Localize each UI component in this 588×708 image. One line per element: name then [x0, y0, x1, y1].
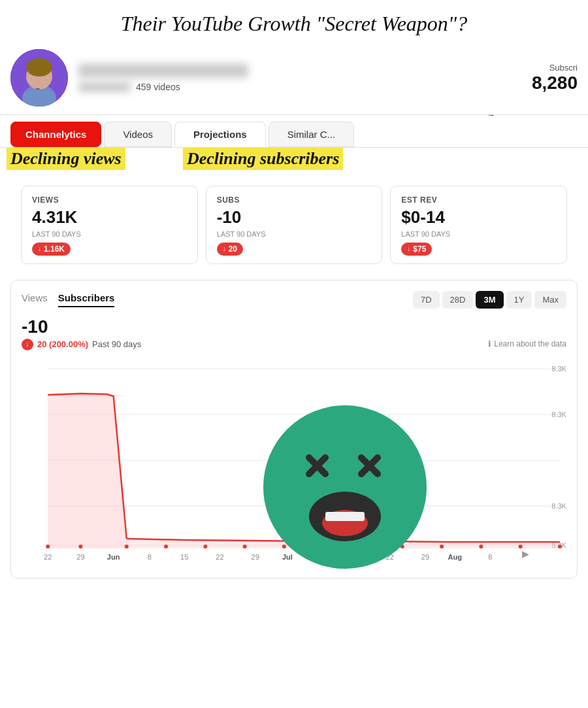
svg-text:15: 15 — [180, 553, 188, 561]
svg-point-23 — [282, 545, 286, 548]
info-icon: ℹ — [488, 339, 491, 348]
period-7d[interactable]: 7D — [413, 291, 440, 309]
svg-point-21 — [203, 545, 207, 548]
chart-change-period: Past 90 days — [92, 339, 141, 349]
tab-channelytics[interactable]: Channelytics — [10, 122, 101, 147]
period-3m[interactable]: 3M — [476, 291, 503, 309]
learn-data-text: Learn about the data — [494, 339, 566, 348]
nav-tabs: Channelytics Videos Projections Similar … — [0, 115, 588, 148]
page-title: Their YouTube Growth "Secret Weapon"? — [0, 0, 588, 41]
stat-badge-rev: ↓ $75 — [401, 243, 432, 256]
learn-data-link[interactable]: ℹ Learn about the data — [488, 339, 566, 348]
channel-subcount-blurred — [78, 82, 131, 92]
svg-point-17 — [46, 545, 50, 548]
svg-text:22: 22 — [216, 553, 223, 561]
stat-badge-subs: ↓ 20 — [217, 243, 243, 256]
stat-label-rev: EST REV — [401, 195, 556, 205]
period-28d[interactable]: 28D — [442, 291, 474, 309]
svg-text:8: 8 — [318, 553, 321, 561]
svg-text:15: 15 — [350, 553, 358, 561]
chart-down-badge: ↓ — [22, 339, 33, 350]
svg-text:8: 8 — [488, 553, 492, 561]
down-arrow-rev: ↓ — [407, 245, 410, 252]
tab-videos[interactable]: Videos — [104, 122, 172, 147]
svg-point-25 — [361, 545, 365, 548]
svg-point-18 — [78, 545, 82, 548]
stat-period-views: LAST 90 DAYS — [32, 230, 187, 238]
chart-tab-views[interactable]: Views — [22, 292, 48, 307]
chart-svg: 8.3K 8.3K 8.3K 8.3K — [22, 356, 566, 565]
stat-card-rev: EST REV $0-14 LAST 90 DAYS ↓ $75 — [390, 186, 567, 264]
channel-right: Subscri 8,280 — [532, 63, 578, 93]
chart-area: 8.3K 8.3K 8.3K 8.3K — [22, 356, 566, 567]
stat-value-rev: $0-14 — [401, 207, 556, 228]
chart-section: Views Subscribers 7D 28D 3M 1Y Max -10 ↓… — [10, 280, 578, 579]
chart-type-tabs: Views Subscribers — [22, 292, 114, 307]
svg-point-27 — [440, 545, 444, 548]
svg-point-19 — [125, 545, 129, 548]
svg-text:Aug: Aug — [448, 553, 461, 561]
stat-value-views: 4.31K — [32, 207, 187, 228]
stat-badge-views: ↓ 1.16K — [32, 243, 71, 256]
stat-card-views: VIEWS 4.31K LAST 90 DAYS ↓ 1.16K — [21, 186, 198, 264]
svg-point-3 — [26, 58, 52, 76]
declining-views-annotation: Declining views — [7, 148, 125, 170]
tab-similar[interactable]: Similar C... — [269, 122, 354, 147]
chart-main-value: -10 — [22, 316, 566, 337]
svg-text:8.3K: 8.3K — [551, 411, 566, 418]
subscriber-label: Subscri — [532, 63, 578, 73]
declining-subs-annotation: Declining subscribers — [183, 148, 343, 170]
svg-text:8: 8 — [148, 553, 152, 561]
svg-text:Jul: Jul — [282, 553, 293, 561]
chart-change-value: 20 (200.00%) — [37, 339, 88, 349]
chart-period-tabs: 7D 28D 3M 1Y Max — [413, 291, 566, 309]
chart-stat-display: -10 ↓ 20 (200.00%) Past 90 days — [22, 316, 566, 350]
down-arrow-views: ↓ — [38, 245, 41, 252]
svg-text:22: 22 — [44, 553, 52, 561]
channel-info: 459 videos — [78, 63, 532, 92]
stat-label-subs: SUBS — [217, 195, 372, 205]
svg-text:8.3K: 8.3K — [551, 365, 566, 373]
channel-header: 459 videos Subscri 8,280 — [0, 41, 588, 115]
period-1y[interactable]: 1Y — [506, 291, 532, 309]
subscriber-count: 8,280 — [532, 73, 578, 93]
svg-text:29: 29 — [421, 553, 429, 561]
tab-projections[interactable]: Projections — [174, 122, 266, 147]
stats-row: VIEWS 4.31K LAST 90 DAYS ↓ 1.16K SUBS -1… — [10, 153, 578, 275]
channel-avatar — [10, 49, 68, 107]
down-arrow-subs: ↓ — [223, 245, 226, 252]
svg-point-24 — [321, 545, 325, 548]
svg-point-22 — [243, 545, 247, 548]
svg-text:29: 29 — [252, 553, 259, 561]
stat-period-rev: LAST 90 DAYS — [401, 230, 556, 238]
svg-text:▶: ▶ — [522, 548, 529, 559]
svg-point-20 — [164, 545, 168, 548]
svg-text:29: 29 — [76, 553, 84, 561]
svg-point-26 — [400, 545, 404, 548]
stat-value-subs: -10 — [217, 207, 372, 228]
stat-card-subs: SUBS -10 LAST 90 DAYS ↓ 20 — [206, 186, 383, 264]
svg-text:22: 22 — [386, 553, 394, 561]
chart-sub-value: ↓ 20 (200.00%) Past 90 days — [22, 339, 566, 350]
svg-text:Jun: Jun — [107, 553, 120, 561]
svg-point-28 — [479, 545, 483, 548]
stats-section: Declining views Declining subscribers VI… — [0, 148, 588, 275]
svg-text:8.3K: 8.3K — [551, 502, 566, 510]
chart-tab-subscribers[interactable]: Subscribers — [58, 292, 115, 307]
period-max[interactable]: Max — [534, 291, 566, 309]
chart-tabs-row: Views Subscribers 7D 28D 3M 1Y Max — [22, 291, 566, 309]
stat-label-views: VIEWS — [32, 195, 187, 205]
channel-videos-count: 459 videos — [136, 82, 180, 92]
svg-point-30 — [558, 545, 562, 548]
channel-name-blurred — [78, 63, 248, 78]
stat-period-subs: LAST 90 DAYS — [217, 230, 372, 238]
